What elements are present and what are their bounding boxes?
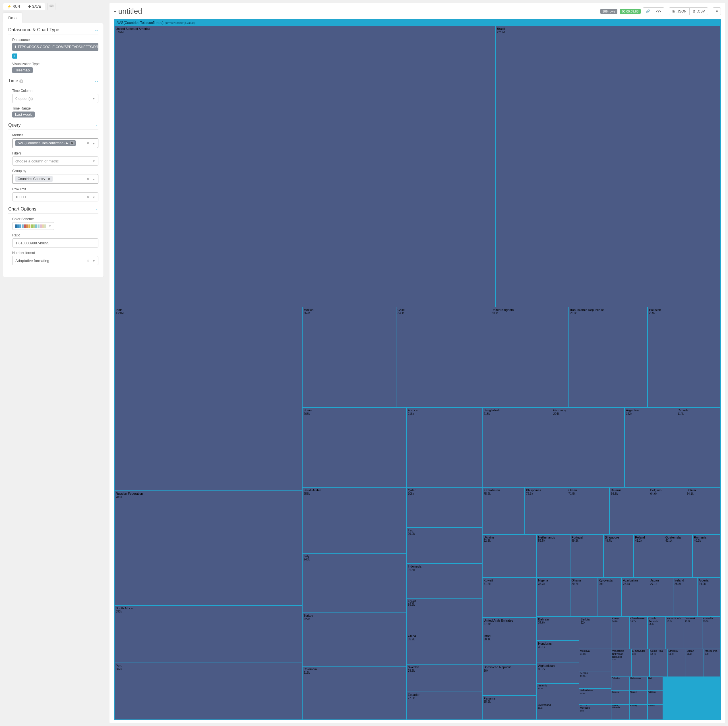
treemap-cell[interactable]: Ukraine62.3k	[482, 535, 537, 577]
treemap-cell[interactable]: Ethiopia11.5k	[668, 649, 686, 677]
treemap-cell[interactable]: Philippines72.3k	[525, 487, 567, 535]
treemap-cell[interactable]: Malaysia	[611, 706, 629, 720]
treemap-cell[interactable]: Turkey222k	[302, 613, 407, 666]
treemap-cell[interactable]: Afghanistan35.7k	[537, 663, 579, 684]
rowlimit-select[interactable]: 10000 × ▼	[12, 192, 98, 201]
treemap-cell[interactable]: Nigeria38.3k	[537, 577, 570, 616]
datasource-value[interactable]: HTTPS://DOCS.GOOGLE.COM/SPREADSHEETS/D/1…	[12, 43, 98, 51]
treemap-cell[interactable]: Ireland25.8k	[673, 577, 697, 616]
treemap-cell[interactable]: Kenya14.8k	[611, 616, 629, 649]
treemap-cell[interactable]: Finland	[629, 691, 647, 705]
clear-icon[interactable]: ×	[87, 195, 89, 199]
treemap-cell[interactable]: Indonesia91.8k	[406, 564, 482, 598]
treemap-cell[interactable]: Kuwait61.2k	[482, 577, 537, 617]
treemap-cell[interactable]: Japan27.1k	[649, 577, 673, 616]
treemap-cell[interactable]: Dominican Republic56k	[482, 664, 537, 695]
treemap-cell[interactable]: Costa Rica12.4k	[650, 649, 668, 677]
section-query-header[interactable]: Query ︿	[8, 123, 98, 130]
treemap-cell[interactable]: Austria19.9k	[579, 671, 611, 688]
color-scheme-select[interactable]: ▼	[12, 222, 54, 230]
treemap-cell[interactable]: Netherlands52.5k	[537, 535, 570, 577]
treemap-cell[interactable]: Saudi Arabia258k	[302, 487, 407, 553]
treemap-cell[interactable]: Armenia35.7k	[537, 684, 579, 703]
tab-data[interactable]: Data	[3, 12, 22, 23]
groupby-tag[interactable]: Countries Country ✕	[15, 176, 53, 182]
treemap-cell[interactable]: Haiti	[647, 677, 662, 691]
treemap-cell[interactable]: Côte d'Ivoire14.7k	[629, 616, 647, 649]
run-button[interactable]: ⚡ RUN	[3, 3, 24, 10]
treemap-cell[interactable]: Norway	[629, 705, 647, 720]
treemap-cell[interactable]: El Salvador13k	[631, 649, 650, 677]
treemap-cell[interactable]: Venezuela Bolivarian Republic13k	[611, 649, 631, 677]
treemap-cell[interactable]: Israel56.1k	[482, 633, 537, 664]
treemap-cell[interactable]: Guatemala41.1k	[664, 535, 693, 577]
treemap-cell[interactable]: Denmark13.6k	[684, 616, 702, 649]
groupby-select[interactable]: Countries Country ✕ × ▼	[12, 174, 98, 184]
metric-tag[interactable]: AVG(Countries Totalconfirmed) ▶ ✕	[15, 140, 76, 146]
treemap-cell[interactable]: Poland41.2k	[633, 535, 664, 577]
clear-icon[interactable]: ×	[87, 177, 89, 181]
treemap-cell[interactable]: Ghana29.7k	[570, 577, 598, 616]
export-csv-button[interactable]: 🗎.CSV	[689, 8, 708, 15]
treemap-cell[interactable]: Czech Republic14.6k	[647, 616, 666, 649]
embed-button[interactable]: </>	[653, 8, 664, 15]
menu-button[interactable]: ≡	[713, 8, 721, 15]
treemap-cell[interactable]: Qatar108k	[406, 487, 482, 527]
treemap-cell[interactable]: Romania40.2k	[693, 535, 720, 577]
link-button[interactable]: 🔗	[643, 8, 653, 15]
treemap-cell[interactable]: Serbia22k	[579, 616, 611, 649]
treemap-cell[interactable]: Belgium64.6k	[649, 487, 685, 535]
tag-remove-icon[interactable]: ✕	[70, 141, 75, 146]
treemap-cell[interactable]: Macedonia9.5k	[704, 649, 720, 677]
treemap-cell[interactable]: Spain268k	[302, 407, 407, 487]
treemap-cell[interactable]: United Kingdom298k	[490, 307, 569, 407]
treemap-cell[interactable]: Azerbaijan28.6k	[622, 577, 649, 616]
section-time-header[interactable]: Time i ︿	[8, 78, 98, 85]
treemap-cell[interactable]: Argentina142k	[624, 407, 676, 487]
export-json-button[interactable]: 🗎.JSON	[669, 8, 690, 15]
treemap-cell[interactable]: United States of America3.97M	[114, 26, 496, 307]
filters-select[interactable]: choose a column or metric ▼	[12, 156, 98, 165]
time-column-select[interactable]: 0 option(s) ▼	[12, 94, 98, 103]
add-datasource-button[interactable]: +	[12, 54, 17, 58]
metrics-select[interactable]: AVG(Countries Totalconfirmed) ▶ ✕ × ▼	[12, 138, 98, 148]
treemap-cell[interactable]: Kazakhstan75.2k	[482, 487, 525, 535]
clear-icon[interactable]: ×	[87, 258, 89, 263]
treemap-cell[interactable]: France216k	[406, 407, 482, 487]
section-chartopts-header[interactable]: Chart Options ︿	[8, 207, 98, 214]
treemap-cell[interactable]: Switzerland33.9k	[537, 703, 579, 720]
treemap-cell[interactable]: Honduras36.1k	[537, 641, 579, 663]
treemap-cell[interactable]: Italy245k	[302, 553, 407, 613]
treemap-cell[interactable]: China85.9k	[406, 633, 482, 664]
treemap-cell[interactable]: India1.24M	[114, 307, 302, 491]
treemap-cell[interactable]: Egypt89.7k	[406, 598, 482, 633]
treemap-cell[interactable]: Mexico362k	[302, 307, 396, 407]
treemap-cell[interactable]: Ecuador77.3k	[406, 692, 482, 720]
treemap-cell[interactable]: Korea South13.9k	[666, 616, 684, 649]
treemap-cell[interactable]: Uzbekistan18.4k	[579, 688, 611, 705]
treemap-cell[interactable]: Kyrgyzstan29k	[597, 577, 621, 616]
keyboard-icon[interactable]: ⌨	[47, 3, 55, 10]
treemap-cell[interactable]: Canada114k	[676, 407, 720, 487]
treemap-body[interactable]: United States of America3.97MBrazil2.23M…	[114, 26, 720, 720]
treemap-cell[interactable]: Bangladesh213k	[482, 407, 552, 487]
treemap-cell[interactable]: Iraq99.9k	[406, 527, 482, 564]
treemap-cell[interactable]: Pakistan269k	[647, 307, 720, 407]
tag-remove-icon[interactable]: ✕	[47, 177, 52, 181]
treemap-cell[interactable]: Bolivia64.1k	[685, 487, 720, 535]
ratio-input[interactable]	[12, 238, 98, 248]
treemap-cell[interactable]: Singapore48.7k	[603, 535, 634, 577]
treemap-cell[interactable]: Morocco18k	[579, 706, 611, 720]
treemap-cell[interactable]: Belarus66.5k	[609, 487, 649, 535]
treemap-cell[interactable]: Brazil2.23M	[496, 26, 720, 307]
treemap-cell[interactable]: Senegal	[611, 691, 629, 705]
treemap-cell[interactable]: Oman71.5k	[567, 487, 609, 535]
treemap-cell[interactable]: Algeria24.9k	[697, 577, 720, 616]
treemap-cell[interactable]: Panama55.9k	[482, 695, 537, 720]
treemap-cell[interactable]: Tajikistan	[647, 691, 662, 705]
treemap-cell[interactable]: South Africa395k	[114, 605, 302, 663]
clear-icon[interactable]: ×	[87, 141, 89, 146]
section-datasource-header[interactable]: Datasource & Chart Type ︿	[8, 27, 98, 34]
treemap-cell[interactable]: Moldova21.8k	[579, 649, 611, 671]
treemap-cell[interactable]: Russian Federation788k	[114, 491, 302, 605]
